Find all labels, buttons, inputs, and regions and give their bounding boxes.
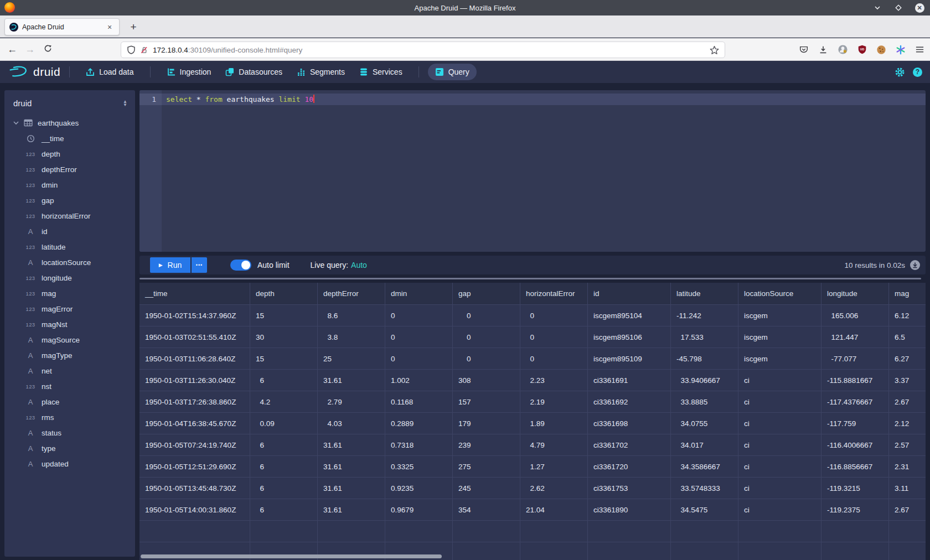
result-cell[interactable]: 06 — [250, 478, 318, 499]
result-cell[interactable]: -115.8881667 — [822, 370, 889, 391]
result-cell[interactable]: 0-77.077 — [822, 348, 889, 370]
result-cell[interactable]: 1950-01-05T07:24:19.740Z — [140, 434, 250, 456]
result-cell[interactable]: 00.09 — [250, 413, 318, 434]
settings-gear-icon[interactable] — [895, 67, 905, 77]
result-cell[interactable]: 1950-01-04T16:38:45.670Z — [140, 413, 250, 434]
bookmark-star-icon[interactable] — [710, 45, 719, 55]
help-icon[interactable]: ? — [913, 68, 922, 77]
result-cell[interactable]: 15 — [250, 305, 318, 326]
result-cell[interactable]: ci3361698 — [588, 413, 671, 434]
result-cell[interactable]: 2.67 — [889, 499, 926, 521]
result-cell[interactable]: 00 — [520, 348, 588, 370]
result-cell[interactable]: 2.12 — [889, 413, 926, 434]
result-cell[interactable]: ci — [738, 499, 822, 521]
result-cell[interactable]: 2.31 — [889, 456, 926, 478]
result-cell[interactable]: ci — [738, 456, 822, 478]
result-cell[interactable]: 1950-01-05T14:00:31.860Z — [140, 499, 250, 521]
language-asterisk-icon[interactable] — [896, 45, 906, 55]
column-header-dmin[interactable]: dmin — [385, 283, 453, 305]
result-cell[interactable]: 0.3325 — [385, 456, 453, 478]
result-cell[interactable]: 033.9406667 — [671, 370, 738, 391]
schema-column-item[interactable]: 123magNst — [4, 317, 135, 332]
result-cell[interactable]: 08.6 — [318, 305, 385, 326]
result-cell[interactable]: iscgem — [738, 326, 822, 348]
schema-column-item[interactable]: 123depthError — [4, 162, 135, 177]
schema-column-item[interactable]: Anet — [4, 363, 135, 378]
schema-column-item[interactable]: AlocationSource — [4, 255, 135, 270]
menu-hamburger-icon[interactable] — [915, 45, 924, 54]
nav-item-segments[interactable]: Segments — [290, 64, 352, 80]
result-cell[interactable]: 0.1168 — [385, 391, 453, 413]
result-cell[interactable]: -117.4376667 — [822, 391, 889, 413]
result-cell[interactable]: 245 — [453, 478, 520, 499]
run-button[interactable]: ▶ Run — [150, 257, 190, 273]
window-minimize-button[interactable] — [872, 3, 882, 13]
result-cell[interactable]: 1950-01-03T17:26:38.860Z — [140, 391, 250, 413]
column-header-depth[interactable]: depth — [250, 283, 318, 305]
result-cell[interactable]: 3.37 — [889, 370, 926, 391]
result-cell[interactable]: 1950-01-02T15:14:37.960Z — [140, 305, 250, 326]
result-cell[interactable]: 25 — [318, 348, 385, 370]
result-cell[interactable]: 31.61 — [318, 434, 385, 456]
result-cell[interactable]: 02.23 — [520, 370, 588, 391]
result-cell[interactable]: 06 — [250, 456, 318, 478]
column-header-latitude[interactable]: latitude — [671, 283, 738, 305]
result-cell[interactable]: 2.67 — [889, 391, 926, 413]
result-cell[interactable]: 02.62 — [520, 478, 588, 499]
result-cell[interactable]: ci3361691 — [588, 370, 671, 391]
reload-button[interactable] — [39, 44, 56, 55]
ublock-origin-icon[interactable]: UO — [857, 45, 867, 54]
result-cell[interactable]: ci — [738, 370, 822, 391]
druid-logo[interactable]: druid — [9, 65, 60, 79]
window-close-button[interactable]: ✕ — [914, 3, 924, 13]
result-cell[interactable]: ci — [738, 434, 822, 456]
result-cell[interactable]: 06 — [250, 499, 318, 521]
cookie-icon[interactable] — [876, 45, 886, 55]
column-header-id[interactable]: id — [588, 283, 671, 305]
result-cell[interactable]: iscgem895109 — [588, 348, 671, 370]
result-cell[interactable]: 179 — [453, 413, 520, 434]
result-cell[interactable]: 30 — [250, 326, 318, 348]
url-text[interactable]: 172.18.0.4:30109/unified-console.html#qu… — [153, 46, 705, 54]
result-cell[interactable]: -11.242 — [671, 305, 738, 326]
schema-column-item[interactable]: 123dmin — [4, 177, 135, 193]
result-cell[interactable]: 034.017 — [671, 434, 738, 456]
panel-splitter[interactable] — [140, 278, 921, 279]
datasource-item-earthquakes[interactable]: earthquakes — [4, 115, 135, 131]
result-cell[interactable]: 01.89 — [520, 413, 588, 434]
result-cell[interactable]: 0.9235 — [385, 478, 453, 499]
result-cell[interactable]: 308 — [453, 370, 520, 391]
result-cell[interactable]: 034.0755 — [671, 413, 738, 434]
schema-column-item[interactable]: 123magError — [4, 301, 135, 317]
result-cell[interactable]: 2.57 — [889, 434, 926, 456]
result-cell[interactable]: -119.3215 — [822, 478, 889, 499]
result-cell[interactable]: 6.12 — [889, 305, 926, 326]
column-header-depthError[interactable]: depthError — [318, 283, 385, 305]
schema-column-item[interactable]: 123horizontalError — [4, 208, 135, 224]
schema-column-item[interactable]: 123longitude — [4, 270, 135, 286]
result-cell[interactable]: 0.2889 — [385, 413, 453, 434]
result-cell[interactable]: 0.9679 — [385, 499, 453, 521]
result-cell[interactable]: 1950-01-03T02:51:55.410Z — [140, 326, 250, 348]
result-cell[interactable]: 0121.447 — [822, 326, 889, 348]
result-cell[interactable]: 1950-01-03T11:26:30.040Z — [140, 370, 250, 391]
result-cell[interactable]: 000 — [453, 305, 520, 326]
column-header-longitude[interactable]: longitude — [822, 283, 889, 305]
result-cell[interactable]: ci — [738, 391, 822, 413]
sql-query-text[interactable]: select * from earthquakes limit 10 — [162, 94, 314, 105]
tracking-shield-icon[interactable] — [127, 45, 136, 54]
result-cell[interactable]: 31.61 — [318, 456, 385, 478]
result-cell[interactable]: 034.3586667 — [671, 456, 738, 478]
pocket-icon[interactable] — [799, 45, 809, 55]
result-cell[interactable]: 02.79 — [318, 391, 385, 413]
result-cell[interactable]: 21.04 — [520, 499, 588, 521]
result-cell[interactable]: ci3361702 — [588, 434, 671, 456]
schema-column-item[interactable]: __time — [4, 131, 135, 146]
result-cell[interactable]: 275 — [453, 456, 520, 478]
new-tab-button[interactable]: + — [126, 20, 141, 34]
result-cell[interactable]: -45.798 — [671, 348, 738, 370]
horizontal-scrollbar[interactable] — [141, 554, 442, 558]
result-cell[interactable]: -117.759 — [822, 413, 889, 434]
result-cell[interactable]: 0.7318 — [385, 434, 453, 456]
url-bar[interactable]: 172.18.0.4:30109/unified-console.html#qu… — [121, 42, 725, 58]
